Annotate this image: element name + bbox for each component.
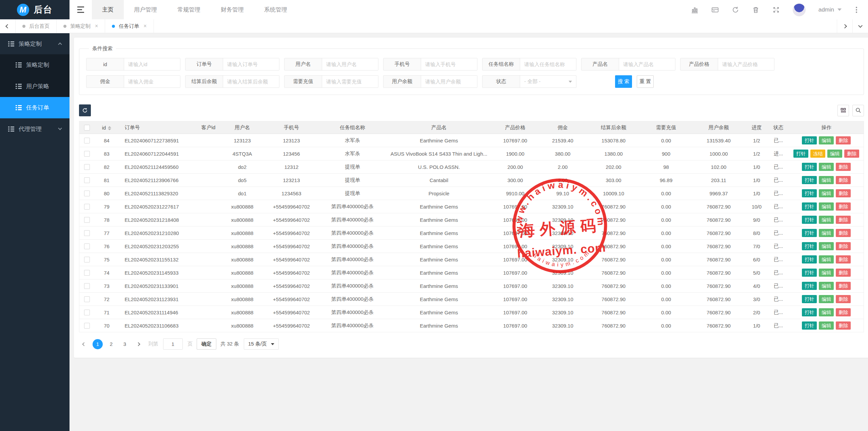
action-button-打针[interactable]: 打针 [802, 282, 817, 290]
action-button-删除[interactable]: 删除 [836, 163, 851, 171]
action-button-打针[interactable]: 打针 [802, 176, 817, 184]
action-button-删除[interactable]: 删除 [844, 150, 859, 158]
user-menu[interactable]: admin [818, 6, 842, 13]
action-button-打针[interactable]: 打针 [802, 295, 817, 303]
action-button-删除[interactable]: 删除 [836, 202, 851, 211]
chart-icon[interactable] [691, 6, 698, 14]
action-button-删除[interactable]: 删除 [836, 282, 851, 290]
action-button-编辑[interactable]: 编辑 [827, 150, 842, 158]
search-input-产品价格[interactable] [718, 58, 774, 70]
more-options-icon[interactable] [854, 5, 859, 14]
avatar[interactable] [793, 3, 806, 16]
action-button-打针[interactable]: 打针 [802, 242, 817, 251]
action-button-编辑[interactable]: 编辑 [819, 295, 834, 303]
next-page-button[interactable] [133, 339, 143, 349]
row-checkbox[interactable] [84, 323, 90, 329]
tab-任务订单[interactable]: 任务订单× [105, 19, 154, 33]
action-button-打针[interactable]: 打针 [802, 255, 817, 264]
sidebar-item-策略定制[interactable]: 策略定制 [0, 54, 70, 76]
sidebar-item-任务订单[interactable]: 任务订单 [0, 97, 70, 118]
action-button-编辑[interactable]: 编辑 [819, 189, 834, 198]
fullscreen-icon[interactable] [772, 6, 780, 14]
action-button-打针[interactable]: 打针 [802, 202, 817, 211]
row-checkbox[interactable] [84, 191, 90, 196]
columns-filter-icon[interactable] [837, 105, 849, 116]
action-button-编辑[interactable]: 编辑 [819, 136, 834, 145]
nav-item-系统管理[interactable]: 系统管理 [254, 0, 297, 19]
tab-close-icon[interactable]: × [143, 23, 146, 29]
collapse-menu-icon[interactable] [70, 0, 92, 19]
action-button-打针[interactable]: 打针 [802, 308, 817, 317]
search-input-订单号[interactable] [223, 58, 279, 70]
tab-后台首页[interactable]: 后台首页 [16, 19, 57, 33]
tabs-menu-button[interactable] [852, 19, 868, 33]
nav-item-主页[interactable]: 主页 [92, 0, 124, 19]
action-button-编辑[interactable]: 编辑 [819, 229, 834, 237]
search-input-佣金[interactable] [124, 76, 180, 87]
page-button-2[interactable]: 2 [106, 339, 116, 349]
status-select[interactable]: - 全部 - [520, 76, 576, 87]
card-icon[interactable] [711, 6, 719, 14]
action-button-删除[interactable]: 删除 [836, 321, 851, 330]
action-button-打针[interactable]: 打针 [802, 321, 817, 330]
page-button-3[interactable]: 3 [120, 339, 130, 349]
prev-page-button[interactable] [79, 339, 89, 349]
nav-item-财务管理[interactable]: 财务管理 [211, 0, 254, 19]
confirm-page-button[interactable]: 确定 [197, 338, 216, 350]
select-all-checkbox[interactable] [84, 125, 90, 131]
action-button-打针[interactable]: 打针 [802, 136, 817, 145]
nav-item-用户管理[interactable]: 用户管理 [124, 0, 167, 19]
search-toggle-icon[interactable] [852, 105, 864, 116]
row-checkbox[interactable] [84, 217, 90, 223]
tabs-scroll-left-button[interactable] [0, 19, 16, 33]
row-checkbox[interactable] [84, 257, 90, 262]
action-button-编辑[interactable]: 编辑 [819, 216, 834, 224]
action-button-删除[interactable]: 删除 [836, 269, 851, 277]
tab-策略定制[interactable]: 策略定制× [57, 19, 105, 33]
row-checkbox[interactable] [84, 151, 90, 157]
search-input-任务组名称[interactable] [520, 58, 576, 70]
refresh-icon[interactable] [732, 6, 739, 14]
search-input-用户余额[interactable] [421, 76, 477, 87]
action-button-编辑[interactable]: 编辑 [819, 269, 834, 277]
row-checkbox[interactable] [84, 230, 90, 236]
action-button-删除[interactable]: 删除 [836, 255, 851, 264]
search-input-需要充值[interactable] [322, 76, 378, 87]
row-checkbox[interactable] [84, 177, 90, 183]
action-button-打针[interactable]: 打针 [802, 269, 817, 277]
row-checkbox[interactable] [84, 310, 90, 315]
sidebar-group-策略定制[interactable]: 策略定制 [0, 33, 70, 54]
action-button-编辑[interactable]: 编辑 [819, 242, 834, 251]
refresh-table-button[interactable] [79, 104, 91, 116]
action-button-打针[interactable]: 打针 [802, 163, 817, 171]
action-button-编辑[interactable]: 编辑 [819, 255, 834, 264]
row-checkbox[interactable] [84, 138, 90, 143]
action-button-打针[interactable]: 打针 [802, 229, 817, 237]
action-button-编辑[interactable]: 编辑 [819, 176, 834, 184]
action-button-编辑[interactable]: 编辑 [819, 202, 834, 211]
action-button-打针[interactable]: 打针 [793, 150, 808, 158]
page-button-1[interactable]: 1 [93, 339, 103, 349]
sidebar-item-用户策略[interactable]: 用户策略 [0, 76, 70, 97]
action-button-打针[interactable]: 打针 [802, 216, 817, 224]
row-checkbox[interactable] [84, 270, 90, 276]
action-button-删除[interactable]: 删除 [836, 295, 851, 303]
reset-button[interactable]: 重 置 [637, 75, 654, 88]
nav-item-常规管理[interactable]: 常规管理 [167, 0, 211, 19]
page-size-select[interactable]: 15 条/页 [244, 338, 279, 350]
action-button-删除[interactable]: 删除 [836, 216, 851, 224]
sidebar-group-代理管理[interactable]: 代理管理 [0, 118, 70, 139]
search-input-产品名[interactable] [619, 58, 675, 70]
search-input-结算后余额[interactable] [223, 76, 279, 87]
action-button-编辑[interactable]: 编辑 [819, 321, 834, 330]
action-button-编辑[interactable]: 编辑 [819, 308, 834, 317]
tabs-scroll-right-button[interactable] [837, 19, 852, 33]
action-button-编辑[interactable]: 编辑 [819, 163, 834, 171]
jump-page-input[interactable] [163, 338, 183, 350]
action-button-删除[interactable]: 删除 [836, 229, 851, 237]
action-button-删除[interactable]: 删除 [836, 176, 851, 184]
action-button-打针[interactable]: 打针 [802, 189, 817, 198]
search-input-用户名[interactable] [322, 58, 378, 70]
search-input-手机号[interactable] [421, 58, 477, 70]
action-button-删除[interactable]: 删除 [836, 308, 851, 317]
